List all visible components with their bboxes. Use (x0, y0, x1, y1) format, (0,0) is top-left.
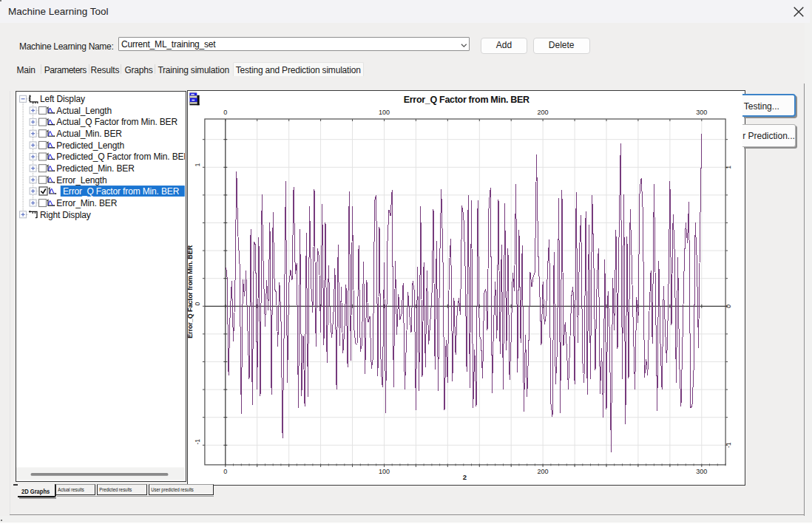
svg-text:Predicted_Length: Predicted_Length (56, 140, 124, 151)
svg-text:100: 100 (378, 109, 389, 116)
svg-text:Error_Min. BER: Error_Min. BER (56, 198, 117, 208)
svg-text:0: 0 (223, 109, 227, 116)
svg-text:Right Display: Right Display (39, 210, 90, 220)
svg-text:2: 2 (462, 473, 466, 481)
svg-text:1: 1 (724, 166, 731, 169)
svg-text:-1: -1 (724, 442, 731, 448)
svg-text:200: 200 (537, 468, 548, 475)
svg-text:Error_Q Factor from Min. BER: Error_Q Factor from Min. BER (63, 186, 180, 197)
svg-text:Error_Q Factor from Min. BER: Error_Q Factor from Min. BER (403, 95, 529, 105)
svg-text:Actual_Min. BER: Actual_Min. BER (56, 129, 122, 139)
svg-text:Predicted_Min. BER: Predicted_Min. BER (56, 163, 135, 174)
svg-text:Error_Q Factor from Min. BER: Error_Q Factor from Min. BER (188, 245, 194, 338)
svg-text:0: 0 (223, 468, 227, 475)
svg-text:300: 300 (696, 468, 707, 475)
svg-text:Left Display: Left Display (39, 94, 84, 104)
svg-text:300: 300 (696, 109, 707, 116)
svg-text:100: 100 (378, 468, 389, 475)
svg-text:Error_Length: Error_Length (56, 175, 106, 186)
svg-text:-1: -1 (193, 439, 200, 445)
svg-text:200: 200 (537, 109, 548, 116)
svg-text:Predicted_Q Factor from Min. B: Predicted_Q Factor from Min. BER (56, 152, 185, 162)
svg-text:0: 0 (193, 302, 200, 306)
svg-text:1: 1 (193, 163, 200, 167)
svg-text:Actual_Q Factor from Min. BER: Actual_Q Factor from Min. BER (56, 117, 177, 127)
svg-text:Actual_Length: Actual_Length (56, 106, 112, 116)
svg-text:0: 0 (724, 304, 731, 308)
